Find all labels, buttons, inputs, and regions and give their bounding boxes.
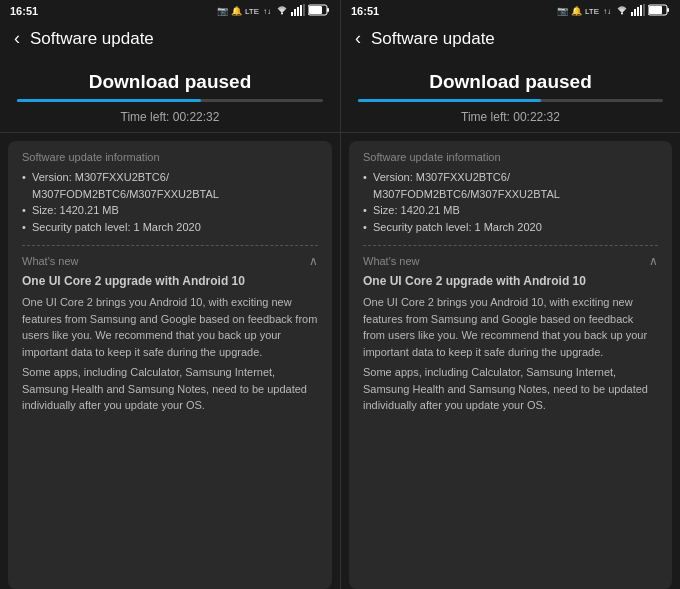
svg-rect-20 — [667, 8, 669, 12]
camera-icon: 📷 — [557, 6, 568, 16]
info-list: Version: M307FXXU2BTC6/ M307FODM2BTC6/M3… — [363, 169, 658, 235]
svg-rect-3 — [291, 12, 293, 16]
signal-bars-icon — [291, 4, 305, 18]
svg-text:LTE: LTE — [245, 7, 259, 16]
whats-new-label: What's new — [363, 255, 420, 267]
back-button[interactable]: ‹ — [355, 28, 361, 49]
nav-bar: ‹ Software update — [341, 22, 680, 55]
progress-bar-fill — [358, 99, 541, 102]
back-button[interactable]: ‹ — [14, 28, 20, 49]
info-section: Software update information Version: M30… — [8, 141, 332, 589]
svg-rect-14 — [631, 12, 633, 16]
chevron-up-icon[interactable]: ∧ — [649, 254, 658, 268]
phone-panel-2: 16:51 📷 🔔 LTE ↑↓ — [340, 0, 680, 589]
wifi-icon — [276, 4, 288, 18]
svg-rect-17 — [640, 5, 642, 16]
info-item: Size: 1420.21 MB — [363, 202, 658, 219]
time-left-label: Time left: 00:22:32 — [121, 110, 220, 124]
info-section-label: Software update information — [363, 151, 658, 163]
whats-new-title: One UI Core 2 upgrade with Android 10 — [363, 274, 658, 288]
whats-new-body: One UI Core 2 brings you Android 10, wit… — [22, 294, 318, 414]
signal-icon: LTE ↑↓ — [245, 4, 273, 18]
notification-icon: 🔔 — [571, 6, 582, 16]
status-time: 16:51 — [351, 5, 379, 17]
phone-panel-1: 16:51 📷 🔔 LTE ↑↓ — [0, 0, 340, 589]
info-item: Security patch level: 1 March 2020 — [22, 219, 318, 236]
info-section: Software update information Version: M30… — [349, 141, 672, 589]
whats-new-body: One UI Core 2 brings you Android 10, wit… — [363, 294, 658, 414]
download-title: Download paused — [429, 71, 592, 93]
download-status-section: Download paused Time left: 00:22:32 — [0, 55, 340, 133]
camera-icon: 📷 — [217, 6, 228, 16]
time-left-label: Time left: 00:22:32 — [461, 110, 560, 124]
svg-rect-15 — [634, 9, 636, 16]
signal-icon: LTE ↑↓ — [585, 4, 613, 18]
nav-bar: ‹ Software update — [0, 22, 340, 55]
progress-bar — [17, 99, 323, 102]
progress-bar-fill — [17, 99, 201, 102]
download-title: Download paused — [89, 71, 252, 93]
svg-rect-21 — [649, 6, 662, 14]
svg-rect-18 — [643, 4, 645, 16]
svg-rect-7 — [303, 4, 305, 16]
status-time: 16:51 — [10, 5, 38, 17]
battery-icon — [648, 4, 670, 18]
status-icons: 📷 🔔 LTE ↑↓ — [217, 4, 330, 18]
svg-rect-10 — [309, 6, 322, 14]
progress-bar — [358, 99, 663, 102]
info-item: Version: M307FXXU2BTC6/ M307FODM2BTC6/M3… — [363, 169, 658, 202]
notification-icon: 🔔 — [231, 6, 242, 16]
whats-new-label: What's new — [22, 255, 79, 267]
info-list: Version: M307FXXU2BTC6/ M307FODM2BTC6/M3… — [22, 169, 318, 235]
whats-new-header: What's new ∧ — [22, 245, 318, 268]
svg-text:↑↓: ↑↓ — [263, 7, 271, 16]
svg-text:↑↓: ↑↓ — [603, 7, 611, 16]
battery-icon — [308, 4, 330, 18]
svg-point-2 — [281, 13, 283, 15]
status-bar: 16:51 📷 🔔 LTE ↑↓ — [0, 0, 340, 22]
page-title: Software update — [30, 29, 154, 49]
svg-rect-9 — [327, 8, 329, 12]
svg-point-13 — [621, 13, 623, 15]
info-section-label: Software update information — [22, 151, 318, 163]
svg-rect-16 — [637, 7, 639, 16]
info-item: Version: M307FXXU2BTC6/ M307FODM2BTC6/M3… — [22, 169, 318, 202]
whats-new-title: One UI Core 2 upgrade with Android 10 — [22, 274, 318, 288]
svg-text:LTE: LTE — [585, 7, 599, 16]
info-item: Size: 1420.21 MB — [22, 202, 318, 219]
signal-bars-icon — [631, 4, 645, 18]
info-item: Security patch level: 1 March 2020 — [363, 219, 658, 236]
svg-rect-6 — [300, 5, 302, 16]
chevron-up-icon[interactable]: ∧ — [309, 254, 318, 268]
status-bar: 16:51 📷 🔔 LTE ↑↓ — [341, 0, 680, 22]
whats-new-header: What's new ∧ — [363, 245, 658, 268]
svg-rect-4 — [294, 9, 296, 16]
wifi-icon — [616, 4, 628, 18]
download-status-section: Download paused Time left: 00:22:32 — [341, 55, 680, 133]
svg-rect-5 — [297, 7, 299, 16]
page-title: Software update — [371, 29, 495, 49]
status-icons: 📷 🔔 LTE ↑↓ — [557, 4, 670, 18]
